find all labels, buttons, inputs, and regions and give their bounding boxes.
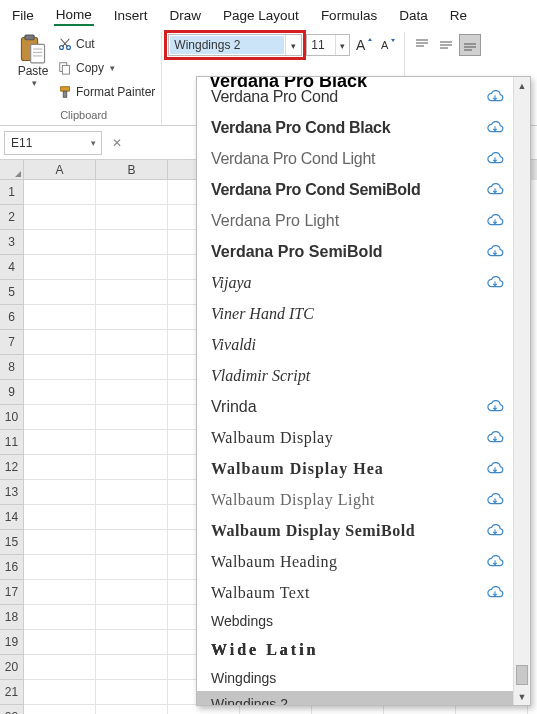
cell[interactable] <box>24 680 96 705</box>
cell[interactable] <box>24 530 96 555</box>
cell[interactable] <box>96 480 168 505</box>
row-header[interactable]: 22 <box>0 705 24 714</box>
font-item[interactable]: Verdana Pro Cond SemiBold <box>197 174 513 205</box>
cell[interactable] <box>96 505 168 530</box>
cell[interactable] <box>24 655 96 680</box>
font-item[interactable]: Vrinda <box>197 391 513 422</box>
cell[interactable] <box>312 705 384 714</box>
name-box[interactable]: E11 ▾ <box>4 131 102 155</box>
row-header[interactable]: 3 <box>0 230 24 255</box>
font-item[interactable]: Wingdings 2 <box>197 691 513 705</box>
cell[interactable] <box>24 280 96 305</box>
cell[interactable] <box>96 305 168 330</box>
row-header[interactable]: 17 <box>0 580 24 605</box>
chevron-down-icon[interactable]: ▾ <box>335 35 349 55</box>
cell[interactable] <box>96 280 168 305</box>
row-header[interactable]: 5 <box>0 280 24 305</box>
cell[interactable] <box>24 455 96 480</box>
row-header[interactable]: 15 <box>0 530 24 555</box>
font-item[interactable]: Wide Latin <box>197 634 513 665</box>
row-header[interactable]: 1 <box>0 180 24 205</box>
cell[interactable] <box>96 555 168 580</box>
copy-button[interactable]: Copy ▾ <box>58 58 115 78</box>
font-item[interactable]: Webdings <box>197 608 513 634</box>
font-item[interactable]: Vivaldi <box>197 329 513 360</box>
tab-insert[interactable]: Insert <box>112 6 150 25</box>
cell[interactable] <box>24 255 96 280</box>
cell[interactable] <box>96 455 168 480</box>
font-item[interactable]: Viner Hand ITC <box>197 298 513 329</box>
cell[interactable] <box>96 205 168 230</box>
cell[interactable] <box>24 405 96 430</box>
font-item[interactable]: Verdana Pro Light <box>197 205 513 236</box>
cell[interactable] <box>96 380 168 405</box>
font-item[interactable]: Verdana Pro Cond Black <box>197 112 513 143</box>
column-header[interactable]: A <box>24 160 96 180</box>
grow-font-button[interactable]: A <box>354 34 374 56</box>
font-item[interactable]: Walbaum Heading <box>197 546 513 577</box>
cell[interactable] <box>96 655 168 680</box>
cell[interactable] <box>24 555 96 580</box>
row-header[interactable]: 8 <box>0 355 24 380</box>
row-header[interactable]: 18 <box>0 605 24 630</box>
row-header[interactable]: 10 <box>0 405 24 430</box>
row-header[interactable]: 16 <box>0 555 24 580</box>
tab-page-layout[interactable]: Page Layout <box>221 6 301 25</box>
cell[interactable] <box>24 180 96 205</box>
tab-home[interactable]: Home <box>54 5 94 26</box>
font-item[interactable]: Walbaum Text <box>197 577 513 608</box>
cell[interactable] <box>96 405 168 430</box>
font-item[interactable]: Walbaum Display SemiBold <box>197 515 513 546</box>
tab-formulas[interactable]: Formulas <box>319 6 379 25</box>
cell[interactable] <box>240 705 312 714</box>
cell[interactable] <box>24 505 96 530</box>
row-header[interactable]: 11 <box>0 430 24 455</box>
scroll-up-icon[interactable]: ▲ <box>514 77 530 94</box>
cell[interactable] <box>96 680 168 705</box>
tab-draw[interactable]: Draw <box>168 6 204 25</box>
font-item[interactable]: Verdana Pro Cond Light <box>197 143 513 174</box>
cell[interactable] <box>24 430 96 455</box>
cell[interactable] <box>168 705 240 714</box>
cell[interactable] <box>96 255 168 280</box>
paste-button[interactable]: Paste ▾ <box>12 32 54 88</box>
align-middle-button[interactable] <box>435 34 457 56</box>
cell[interactable] <box>96 355 168 380</box>
cell[interactable] <box>24 605 96 630</box>
font-name-field[interactable]: Wingdings 2 ▾ <box>168 34 302 56</box>
font-item[interactable]: Vladimir Script <box>197 360 513 391</box>
font-item[interactable]: Verdana Pro SemiBold <box>197 236 513 267</box>
row-header[interactable]: 14 <box>0 505 24 530</box>
tab-data[interactable]: Data <box>397 6 430 25</box>
scroll-down-icon[interactable]: ▼ <box>514 688 530 705</box>
cell[interactable] <box>24 330 96 355</box>
cell[interactable] <box>24 580 96 605</box>
cell[interactable] <box>96 330 168 355</box>
cell[interactable] <box>96 230 168 255</box>
column-header[interactable]: B <box>96 160 168 180</box>
cut-button[interactable]: Cut <box>58 34 95 54</box>
font-item[interactable]: Walbaum Display Light <box>197 484 513 515</box>
font-item[interactable]: Walbaum Display <box>197 422 513 453</box>
cell[interactable] <box>24 355 96 380</box>
cell[interactable] <box>24 380 96 405</box>
row-header[interactable]: 19 <box>0 630 24 655</box>
cell[interactable] <box>24 305 96 330</box>
chevron-down-icon[interactable]: ▾ <box>85 138 101 148</box>
cell[interactable] <box>24 630 96 655</box>
row-header[interactable]: 12 <box>0 455 24 480</box>
chevron-down-icon[interactable]: ▾ <box>285 35 301 55</box>
font-item[interactable]: Walbaum Display Hea <box>197 453 513 484</box>
row-header[interactable]: 13 <box>0 480 24 505</box>
cell[interactable] <box>96 705 168 714</box>
scroll-thumb[interactable] <box>516 665 528 685</box>
cell[interactable] <box>96 530 168 555</box>
cell[interactable] <box>384 705 456 714</box>
align-top-button[interactable] <box>411 34 433 56</box>
cell[interactable] <box>24 230 96 255</box>
row-header[interactable]: 7 <box>0 330 24 355</box>
row-header[interactable]: 2 <box>0 205 24 230</box>
cell[interactable] <box>96 580 168 605</box>
scrollbar[interactable]: ▲ ▼ <box>513 77 530 705</box>
font-item[interactable]: Vijaya <box>197 267 513 298</box>
